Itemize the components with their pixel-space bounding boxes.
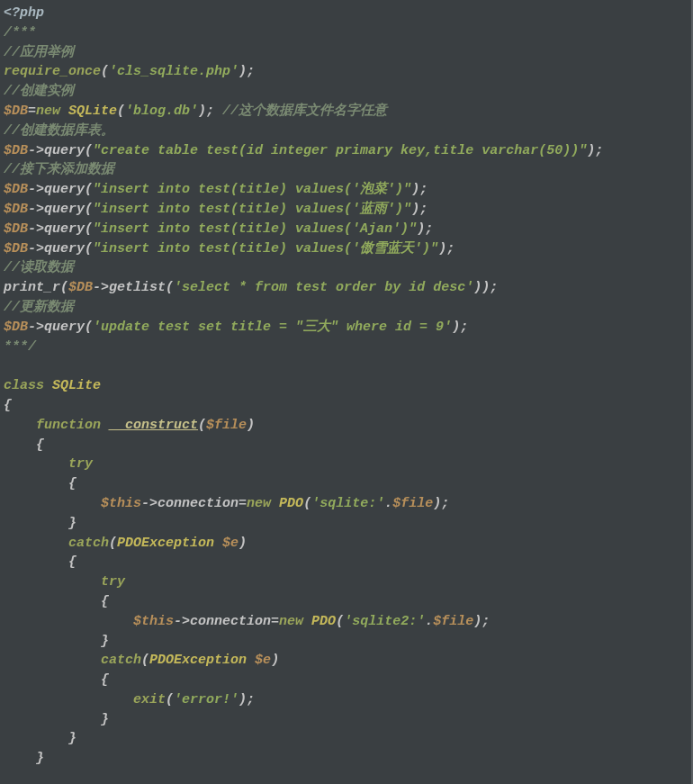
- kw-catch: catch: [68, 536, 109, 551]
- arrow: ->: [28, 320, 44, 335]
- punct: (: [101, 64, 109, 79]
- string: "create table test(id integer primary ke…: [93, 143, 587, 158]
- indent: [4, 437, 36, 453]
- indent: [4, 712, 101, 727]
- brace: {: [36, 437, 44, 453]
- var-file: $file: [433, 614, 473, 629]
- punct: (: [166, 280, 174, 295]
- brace: }: [101, 712, 109, 727]
- punct: );: [198, 104, 222, 119]
- class-pdo: PDO: [303, 614, 336, 629]
- var-db: $DB: [4, 104, 28, 119]
- arrow: ->: [28, 202, 44, 217]
- space: [101, 418, 109, 433]
- indent: [4, 496, 101, 511]
- punct: (: [141, 653, 149, 668]
- kw-class: class: [4, 378, 44, 393]
- string: "insert into test(title) values('Ajan')": [93, 221, 417, 237]
- prop-connection: connection: [158, 496, 238, 511]
- punct: );: [417, 221, 433, 237]
- string: "insert into test(title) values('泡菜')": [93, 182, 411, 197]
- arrow: ->: [93, 280, 109, 295]
- indent: [4, 536, 68, 551]
- indent: [4, 614, 133, 629]
- var-e: $e: [222, 536, 238, 551]
- method-query: query: [44, 320, 85, 335]
- punct: =: [271, 614, 279, 629]
- brace: {: [101, 594, 109, 609]
- punct: );: [411, 202, 428, 217]
- punct: (: [85, 241, 93, 257]
- indent: [4, 554, 68, 570]
- class-sqlite: SQLite: [44, 378, 101, 393]
- indent: [4, 574, 101, 590]
- brace: {: [68, 476, 76, 491]
- space: [247, 653, 255, 668]
- kw-exit: exit: [133, 692, 166, 707]
- brace: }: [68, 731, 76, 746]
- punct: );: [238, 64, 255, 79]
- punct: );: [452, 320, 468, 335]
- var-db: $DB: [4, 202, 28, 217]
- brace: {: [68, 554, 76, 570]
- arrow: ->: [174, 614, 190, 629]
- kw-new: new: [247, 496, 271, 511]
- var-db: $DB: [4, 241, 28, 257]
- punct: ));: [473, 280, 498, 295]
- string: 'cls_sqlite.php': [109, 64, 238, 79]
- punct: =: [28, 104, 36, 119]
- punct: (: [60, 280, 68, 295]
- string: 'sqlite2:': [344, 614, 425, 629]
- punct: (: [303, 496, 311, 511]
- doc-comment-open: /***: [4, 25, 36, 41]
- brace: }: [36, 751, 44, 766]
- punct: (: [85, 143, 93, 158]
- punct: .: [384, 496, 392, 511]
- indent: [4, 476, 68, 491]
- comment-line: //接下来添加数据: [4, 162, 114, 177]
- string: 'blog.db': [125, 104, 198, 119]
- punct: (: [109, 536, 117, 551]
- method-getlist: getlist: [109, 280, 166, 295]
- method-query: query: [44, 221, 85, 237]
- arrow: ->: [141, 496, 158, 511]
- brace: {: [101, 672, 109, 688]
- punct: (: [117, 104, 125, 119]
- class-pdoexception: PDOException: [117, 536, 214, 551]
- comment-line: //这个数据库文件名字任意: [222, 104, 387, 119]
- var-file: $file: [392, 496, 433, 511]
- class-pdoexception: PDOException: [149, 653, 247, 668]
- punct: (: [85, 202, 93, 217]
- indent: [4, 672, 101, 688]
- indent: [4, 456, 68, 472]
- comment-line: //创建数据库表。: [4, 123, 114, 139]
- class-sqlite: SQLite: [60, 104, 117, 119]
- punct: (: [166, 692, 174, 707]
- method-query: query: [44, 202, 85, 217]
- var-this: $this: [101, 496, 141, 511]
- comment-line: //创建实例: [4, 84, 74, 99]
- punct: ): [238, 536, 247, 551]
- string: "insert into test(title) values('蓝雨')": [93, 202, 411, 217]
- brace: }: [68, 516, 76, 531]
- brace: }: [101, 634, 109, 649]
- punct: =: [238, 496, 247, 511]
- arrow: ->: [28, 221, 44, 237]
- brace: {: [4, 398, 12, 413]
- fn-printr: print_r: [4, 280, 60, 295]
- string: 'update test set title = "三大" where id =…: [93, 320, 452, 335]
- punct: );: [438, 241, 454, 257]
- string: 'select * from test order by id desc': [174, 280, 473, 295]
- var-db: $DB: [68, 280, 93, 295]
- punct: .: [425, 614, 433, 629]
- comment-line: //应用举例: [4, 45, 74, 60]
- indent: [4, 594, 101, 609]
- comment-line: //更新数据: [4, 300, 74, 315]
- punct: );: [238, 692, 255, 707]
- punct: );: [587, 143, 603, 158]
- kw-function: function: [36, 418, 101, 433]
- indent: [4, 516, 68, 531]
- punct: (: [85, 182, 93, 197]
- punct: (: [198, 418, 206, 433]
- kw-try: try: [101, 574, 125, 590]
